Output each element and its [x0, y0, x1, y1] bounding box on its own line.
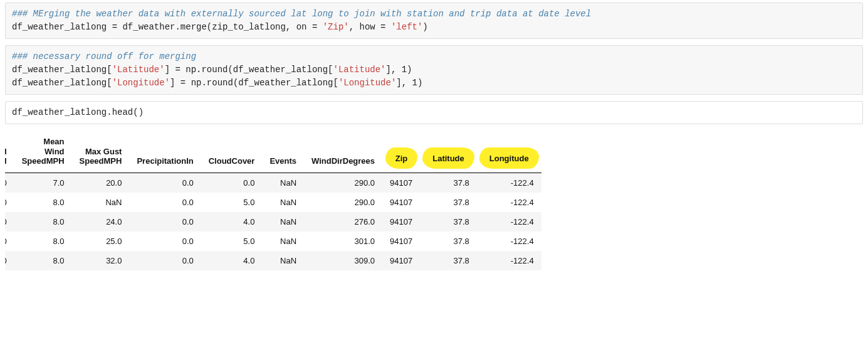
code-cell-1[interactable]: ### MErging the weather data with extern…: [5, 3, 863, 39]
table-cell: 7.0: [14, 173, 72, 193]
table-cell: -122.4: [477, 193, 541, 212]
code-line: df_weather_latlong['Latitude'] = np.roun…: [12, 65, 412, 75]
table-cell: 8.0: [14, 193, 72, 212]
column-header: MeanWindSpeedMPH: [14, 130, 72, 173]
table-cell: NaN: [262, 212, 304, 232]
table-cell: 0.0: [129, 251, 201, 270]
table-cell: -122.4: [477, 173, 541, 193]
column-header: Max GustSpeedMPH: [72, 130, 130, 173]
table-cell: 37.8: [420, 193, 477, 212]
table-scroll-container[interactable]: MinvpointFMaxHumidityMeanHumidityMinHumi…: [5, 130, 863, 271]
table-cell: 22.0: [5, 232, 14, 251]
code-line: df_weather_latlong.head(): [12, 107, 144, 117]
table-cell: 21.0: [5, 212, 14, 232]
table-cell: -122.4: [477, 232, 541, 251]
dataframe-table: MinvpointFMaxHumidityMeanHumidityMinHumi…: [5, 130, 541, 270]
table-cell: 8.0: [14, 251, 72, 270]
table-cell: 21.0: [5, 193, 14, 212]
table-cell: 24.0: [72, 212, 130, 232]
table-cell: NaN: [262, 232, 304, 251]
table-cell: 37.8: [420, 173, 477, 193]
table-cell: 37.8: [420, 251, 477, 270]
table-cell: 8.0: [14, 212, 72, 232]
table-cell: 301.0: [304, 232, 382, 251]
column-header: Latitude: [420, 130, 477, 173]
table-cell: 290.0: [304, 193, 382, 212]
table-cell: NaN: [262, 193, 304, 212]
table-cell: 8.0: [14, 232, 72, 251]
table-row: 52.086.064.042.0...16.07.020.00.00.0NaN2…: [5, 173, 541, 193]
column-header: Events: [262, 130, 304, 173]
table-row: 54.084.071.057.0...18.08.032.00.04.0NaN3…: [5, 251, 541, 270]
table-cell: 5.0: [201, 193, 263, 212]
table-cell: 94107: [382, 232, 420, 251]
output-area: MinvpointFMaxHumidityMeanHumidityMinHumi…: [5, 130, 863, 271]
column-header: PrecipitationIn: [129, 130, 201, 173]
table-cell: 4.0: [201, 212, 263, 232]
code-cell-2[interactable]: ### necessary round off for merging df_w…: [5, 45, 863, 95]
code-line: df_weather_latlong['Longitude'] = np.rou…: [12, 78, 422, 88]
table-cell: 4.0: [201, 251, 263, 270]
code-line: df_weather_latlong = df_weather.merge(zi…: [12, 22, 428, 32]
table-cell: 20.0: [72, 173, 130, 193]
table-row: 55.084.069.053.0...21.08.024.00.04.0NaN2…: [5, 212, 541, 232]
table-row: 56.084.071.057.0...22.08.025.00.05.0NaN3…: [5, 232, 541, 251]
table-cell: 290.0: [304, 173, 382, 193]
column-header: Zip: [382, 130, 420, 173]
code-comment: ### MErging the weather data with extern…: [12, 9, 591, 19]
table-cell: 94107: [382, 173, 420, 193]
table-cell: 0.0: [201, 173, 263, 193]
table-cell: 0.0: [129, 232, 201, 251]
table-cell: 25.0: [72, 232, 130, 251]
table-cell: 276.0: [304, 212, 382, 232]
code-cell-3[interactable]: df_weather_latlong.head(): [5, 101, 863, 124]
column-header: CloudCover: [201, 130, 263, 173]
table-header-row: MinvpointFMaxHumidityMeanHumidityMinHumi…: [5, 130, 541, 173]
table-cell: 94107: [382, 212, 420, 232]
table-cell: NaN: [262, 173, 304, 193]
column-header: Longitude: [477, 130, 541, 173]
table-cell: 94107: [382, 193, 420, 212]
highlighted-header: Zip: [390, 151, 413, 166]
table-cell: 37.8: [420, 232, 477, 251]
table-cell: 0.0: [129, 173, 201, 193]
table-cell: 32.0: [72, 251, 130, 270]
table-cell: 37.8: [420, 212, 477, 232]
table-cell: NaN: [72, 193, 130, 212]
table-cell: 18.0: [5, 251, 14, 270]
column-header: WindDirDegrees: [304, 130, 382, 173]
table-cell: 309.0: [304, 251, 382, 270]
table-cell: 94107: [382, 251, 420, 270]
table-cell: 16.0: [5, 173, 14, 193]
table-row: 55.084.073.061.0...21.08.0NaN0.05.0NaN29…: [5, 193, 541, 212]
column-header: Max WindSpeedMPH: [5, 130, 14, 173]
highlighted-header: Longitude: [484, 151, 534, 166]
table-cell: 5.0: [201, 232, 263, 251]
table-cell: 0.0: [129, 193, 201, 212]
table-cell: -122.4: [477, 212, 541, 232]
highlighted-header: Latitude: [427, 151, 469, 166]
table-cell: NaN: [262, 251, 304, 270]
table-cell: -122.4: [477, 251, 541, 270]
table-cell: 0.0: [129, 212, 201, 232]
code-comment: ### necessary round off for merging: [12, 51, 196, 61]
